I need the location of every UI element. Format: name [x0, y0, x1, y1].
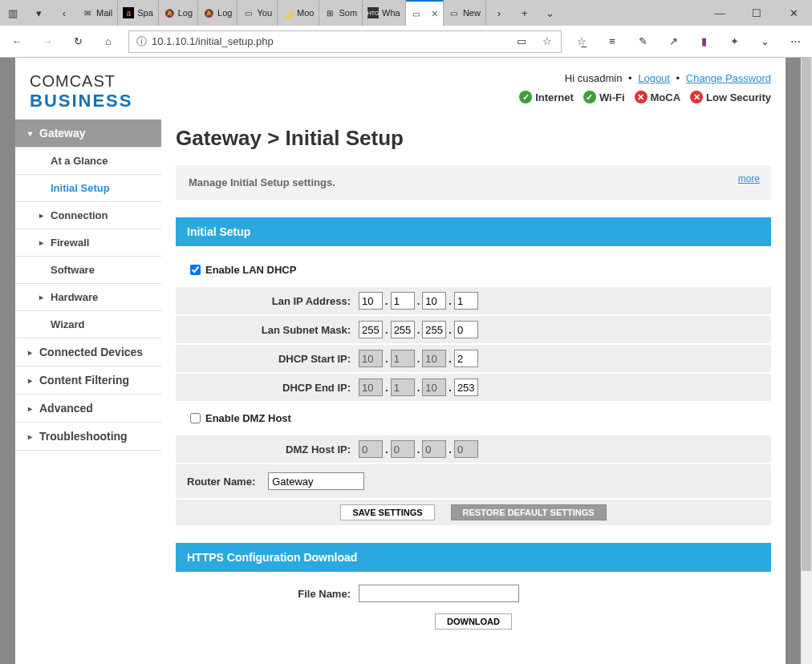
save-settings-button[interactable]: SAVE SETTINGS: [340, 504, 434, 520]
chevron-right-icon: ▸: [28, 376, 36, 385]
restore-defaults-button[interactable]: RESTORE DEFAULT SETTINGS: [451, 504, 607, 520]
nav-gateway[interactable]: ▾Gateway: [15, 119, 161, 148]
row-file-name: File Name:: [176, 580, 771, 607]
nav-at-a-glance[interactable]: At a Glance: [15, 148, 161, 175]
share-icon[interactable]: ↗: [663, 31, 684, 52]
enable-dmz-checkbox[interactable]: [190, 413, 201, 423]
page-header: COMCAST BUSINESS Hi cusadmin • Logout • …: [15, 58, 786, 119]
dhcp-start-oct2: [391, 350, 415, 367]
pocket-icon[interactable]: ⌄: [754, 31, 775, 52]
x-icon: ✕: [690, 91, 703, 103]
onenote-icon[interactable]: ▮: [693, 31, 714, 52]
tab-new[interactable]: ▭New: [444, 0, 486, 26]
row-enable-dmz: Enable DMZ Host: [176, 403, 771, 434]
reading-view-icon[interactable]: ▭: [511, 31, 532, 52]
favorite-star-icon[interactable]: ☆: [537, 31, 558, 52]
dhcp-end-oct4[interactable]: [454, 379, 478, 396]
browser-chrome: ▥ ▾ ‹ ✉Mail aSpa 🔕Log 🔕Log ▭You 🌙Moo ⊞So…: [0, 0, 812, 58]
close-icon[interactable]: ×: [432, 7, 438, 20]
nav-connection[interactable]: ▸Connection: [15, 202, 161, 229]
back-button[interactable]: ←: [6, 31, 27, 52]
bell-off-icon: 🔕: [164, 7, 175, 18]
dhcp-end-oct3: [422, 379, 446, 396]
tab-moo[interactable]: 🌙Moo: [278, 0, 319, 26]
tab-preview-icon[interactable]: ▾: [26, 0, 51, 26]
tab-overflow-icon[interactable]: ⌄: [538, 0, 563, 26]
nav-connected-devices[interactable]: ▸Connected Devices: [15, 338, 161, 366]
url-field-wrap[interactable]: ⓘ ▭ ☆: [128, 30, 562, 53]
maximize-button[interactable]: ☐: [738, 0, 775, 26]
nav-advanced[interactable]: ▸Advanced: [15, 395, 161, 423]
check-icon: ✓: [519, 91, 532, 103]
logout-link[interactable]: Logout: [638, 72, 670, 84]
favorites-icon[interactable]: ☆̲: [571, 31, 592, 52]
close-window-button[interactable]: ✕: [775, 0, 812, 26]
file-name-input[interactable]: [359, 585, 519, 602]
tab-you[interactable]: ▭You: [238, 0, 278, 26]
nav-content-filtering[interactable]: ▸Content Filtering: [15, 366, 161, 395]
tab-active[interactable]: ▭×: [406, 0, 444, 26]
nav-hardware[interactable]: ▸Hardware: [15, 284, 161, 311]
change-password-link[interactable]: Change Password: [686, 72, 771, 84]
new-tab-button[interactable]: +: [512, 0, 538, 26]
lan-ip-oct1[interactable]: [359, 292, 383, 310]
vertical-scrollbar[interactable]: [801, 58, 812, 664]
lan-ip-oct4[interactable]: [454, 292, 478, 310]
tab-spa[interactable]: aSpa: [118, 0, 159, 26]
tab-nav-back-icon[interactable]: ‹: [51, 0, 77, 26]
task-view-icon[interactable]: ▥: [0, 0, 26, 26]
button-row-2: DOWNLOAD: [176, 609, 771, 634]
lan-mask-oct2[interactable]: [391, 321, 415, 338]
url-input[interactable]: [150, 34, 506, 48]
row-router-name: Router Name:: [176, 464, 771, 498]
tab-mail[interactable]: ✉Mail: [77, 0, 118, 26]
envelope-icon: ✉: [82, 7, 93, 18]
status-internet: ✓Internet: [519, 91, 574, 103]
forward-button[interactable]: →: [37, 31, 58, 52]
tab-wha[interactable]: HTGWha: [363, 0, 406, 26]
lan-mask-oct4[interactable]: [454, 321, 478, 338]
tab-log-1[interactable]: 🔕Log: [159, 0, 198, 26]
dhcp-end-label: DHCP End IP:: [184, 382, 359, 394]
lan-mask-oct1[interactable]: [359, 321, 383, 338]
lan-mask-oct3[interactable]: [422, 321, 446, 338]
router-name-input[interactable]: [268, 472, 364, 490]
minimize-button[interactable]: —: [701, 0, 738, 26]
tab-log-2[interactable]: 🔕Log: [198, 0, 238, 26]
page-icon: ▭: [449, 7, 460, 18]
enable-lan-dhcp-checkbox[interactable]: [190, 265, 201, 275]
download-button[interactable]: DOWNLOAD: [435, 613, 512, 630]
nav-firewall[interactable]: ▸Firewall: [15, 229, 161, 257]
lan-ip-oct2[interactable]: [391, 292, 415, 310]
enable-lan-dhcp-label: Enable LAN DHCP: [205, 264, 296, 276]
info-icon[interactable]: ⓘ: [132, 34, 150, 49]
scrollbar-thumb[interactable]: [802, 58, 811, 571]
refresh-button[interactable]: ↻: [67, 31, 88, 52]
dmz-ip-oct1: [359, 440, 383, 458]
more-icon[interactable]: ⋯: [785, 31, 806, 52]
dhcp-start-oct4[interactable]: [454, 350, 478, 367]
nav-wizard[interactable]: Wizard: [15, 311, 161, 338]
file-name-label: File Name:: [184, 588, 359, 600]
more-link[interactable]: more: [738, 173, 760, 184]
tab-nav-fwd-icon[interactable]: ›: [486, 0, 512, 26]
router-name-label: Router Name:: [187, 476, 268, 488]
nav-troubleshooting[interactable]: ▸Troubleshooting: [15, 423, 161, 451]
reading-list-icon[interactable]: ≡: [602, 31, 623, 52]
page-icon: ▭: [411, 8, 422, 19]
info-text: Manage Initial Setup settings.: [189, 176, 335, 188]
chevron-down-icon: ▾: [28, 129, 36, 138]
home-button[interactable]: ⌂: [98, 31, 119, 52]
nav-initial-setup[interactable]: Initial Setup: [15, 175, 161, 202]
page-icon: ▭: [242, 7, 254, 18]
notes-icon[interactable]: ✎: [632, 31, 653, 52]
brand-logo: COMCAST BUSINESS: [30, 72, 132, 111]
dhcp-start-oct3: [422, 350, 446, 367]
lan-ip-oct3[interactable]: [422, 292, 446, 310]
lan-ip-label: Lan IP Address:: [184, 295, 359, 307]
nav-software[interactable]: Software: [15, 257, 161, 284]
tab-strip: ▥ ▾ ‹ ✉Mail aSpa 🔕Log 🔕Log ▭You 🌙Moo ⊞So…: [0, 0, 812, 26]
tab-som[interactable]: ⊞Som: [319, 0, 363, 26]
section-https-body: File Name: DOWNLOAD: [176, 572, 771, 634]
evernote-icon[interactable]: ✦: [724, 31, 745, 52]
